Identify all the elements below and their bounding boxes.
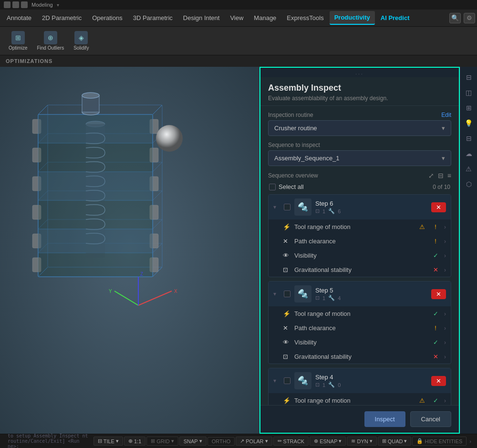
step-6-error-badge[interactable]: ✕ [431,202,446,212]
optimize-label: Optimize [9,45,27,51]
step-6-check-grav-stability[interactable]: ⊡ Gravitational stability ✕ › [269,262,451,277]
menu-item-ai-predict[interactable]: AI Predict [376,11,415,24]
menu-item-annotate[interactable]: Annotate [2,11,36,24]
grav-stability-label: Gravitational stability [294,266,427,273]
solidify-button[interactable]: ◈ Solidify [71,29,92,52]
status-grid[interactable]: ⊞ GRID ▾ [146,437,178,446]
sidebar-warning-icon[interactable]: ⚠ [462,162,476,176]
status-more[interactable]: › [467,438,473,444]
step-5-error-badge[interactable]: ✕ [431,289,446,299]
step-6-checkbox[interactable] [284,204,290,210]
sequence-overview-header: Sequence overview ⤢ ⊟ ≡ [268,172,451,179]
sidebar-bulb-icon[interactable]: 💡 [462,116,476,130]
step5-grav-arrow: › [444,354,446,360]
status-hide-entities[interactable]: 🔒 HIDE ENTITIES [412,437,467,446]
path-clearance-status: ! [431,238,440,245]
svg-text:X: X [174,289,177,294]
step-4-check-tool-range[interactable]: ⚡ Tool range of motion ⚠ ✓ › [269,393,451,405]
sequence-select[interactable]: Assembly_Sequence_1 ▾ [268,150,451,166]
step-4-error-badge[interactable]: ✕ [431,376,446,386]
grav-stability-icon: ⊡ [283,266,290,273]
menu-item-view[interactable]: View [225,11,248,24]
find-outliers-button[interactable]: ⊕ Find Outliers [34,29,67,52]
optimize-icon: ⊞ [11,31,25,44]
cancel-button[interactable]: Cancel [410,411,451,427]
sidebar-grid-icon[interactable]: ⊞ [462,101,476,115]
viewport[interactable]: X Y Z [0,67,259,434]
step-5-error-icon: ✕ [436,291,441,298]
step-4-meta-icon2: 🔧 [328,382,335,388]
expand-icon[interactable]: ⤢ [428,172,434,179]
step-4-meta: ⊡ 1 🔧 0 [315,382,427,388]
step-4-checkbox[interactable] [284,377,290,384]
step-5-check-path-clearance[interactable]: ✕ Path clearance ! › [269,321,451,335]
status-ortho[interactable]: ORTHO [207,437,235,446]
step-5-checkbox[interactable] [284,291,290,297]
status-polar[interactable]: ↗ POLAR ▾ [236,437,272,446]
menu-item-3d-parametric[interactable]: 3D Parametric [128,11,177,24]
status-snap[interactable]: SNAP ▾ [179,437,207,446]
bullets-icon[interactable]: ≡ [447,172,451,179]
inspect-button[interactable]: Inspect [364,411,405,427]
step-5-chevron[interactable]: ▾ [273,291,280,297]
list-icon[interactable]: ⊟ [438,172,444,179]
viewport-inner: X Y Z [0,67,259,434]
step5-visibility-icon: 👁 [283,339,290,346]
step-6-meta-count2: 6 [338,208,341,214]
top-bar: Modeling ▾ [0,0,477,10]
menu-item-operations[interactable]: Operations [87,11,127,24]
step-6-check-path-clearance[interactable]: ✕ Path clearance ! › [269,234,451,248]
window-icon-1 [4,1,10,8]
step-6-check-tool-range[interactable]: ⚡ Tool range of motion ⚠ ! › [269,219,451,234]
status-esnap[interactable]: ⊕ ESNAP ▾ [310,437,346,446]
step4-tool-range-label: Tool range of motion [294,397,414,404]
step4-tool-range-arrow: › [444,397,446,404]
edit-link[interactable]: Edit [441,112,451,118]
path-clearance-icon: ✕ [283,238,290,245]
step-6-chevron[interactable]: ▾ [273,204,280,210]
inspection-routine-select[interactable]: Crusher routine ▾ [268,120,451,136]
sidebar-cloud-icon[interactable]: ☁ [462,147,476,160]
console-text: to setup Assembly Inspect nt routine/Can… [4,433,93,448]
step5-path-clearance-icon: ✕ [283,324,290,332]
optimize-button[interactable]: ⊞ Optimize [6,29,30,52]
path-clearance-label: Path clearance [294,238,427,245]
step-5-info: Step 5 ⊡ 1 🔧 4 [315,287,427,301]
menu-item-design-intent[interactable]: Design Intent [178,11,225,24]
grav-stability-arrow: › [444,267,446,273]
svg-point-46 [82,93,99,98]
status-quad[interactable]: ⊞ QUAD ▾ [378,437,412,446]
status-strack[interactable]: ✏ STRACK [273,437,309,446]
step-4-chevron[interactable]: ▾ [273,377,280,384]
step-5-meta-icon2: 🔧 [328,295,335,301]
step-5-check-tool-range[interactable]: ⚡ Tool range of motion ✓ › [269,306,451,321]
status-tile[interactable]: ⊟ TILE ▾ [93,437,123,446]
status-dyn[interactable]: ≋ DYN ▾ [347,437,376,446]
select-all-checkbox[interactable] [269,184,276,190]
sidebar-layers-icon[interactable]: ◫ [462,86,476,99]
step-5-header: ▾ 🔩 Step 5 ⊡ 1 🔧 4 ✕ [269,281,451,306]
assembly-inspect-panel: ... Assembly Inspect Evaluate assemblabi… [259,67,460,434]
section-label: OPTIMIZATIONS [0,55,477,67]
assembly-3d-view: X Y Z [10,76,191,339]
step-6-check-visibility[interactable]: 👁 Visibility ✓ › [269,248,451,262]
menu-item-manage[interactable]: Manage [249,11,281,24]
settings-button[interactable]: ⚙ [464,13,475,23]
menu-item-expresstools[interactable]: ExpressTools [282,11,328,24]
step5-tool-range-status: ✓ [431,310,440,317]
step-6-error-icon: ✕ [436,204,441,211]
sidebar-sliders-icon[interactable]: ⊟ [462,71,476,84]
step-5-check-grav-stability[interactable]: ⊡ Gravitational stability ✕ › [269,349,451,364]
status-scale[interactable]: ⊕ 1:1 [124,437,145,446]
search-button[interactable]: 🔍 [449,13,461,23]
menu-item-2d-parametric[interactable]: 2D Parametric [37,11,86,24]
sidebar-table-icon[interactable]: ⊟ [462,132,476,145]
sequence-overview-label: Sequence overview [268,172,318,179]
step-5-meta-icon1: ⊡ [315,295,320,301]
step-5-check-visibility[interactable]: 👁 Visibility ✓ › [269,335,451,349]
tool-range-icon: ⚡ [283,223,290,230]
menu-item-productivity[interactable]: Productivity [330,11,375,25]
sidebar-cube-icon[interactable]: ⬡ [462,177,476,191]
tool-range-status: ⚠ [417,223,427,230]
panel-drag-handle[interactable]: ... [260,68,459,77]
